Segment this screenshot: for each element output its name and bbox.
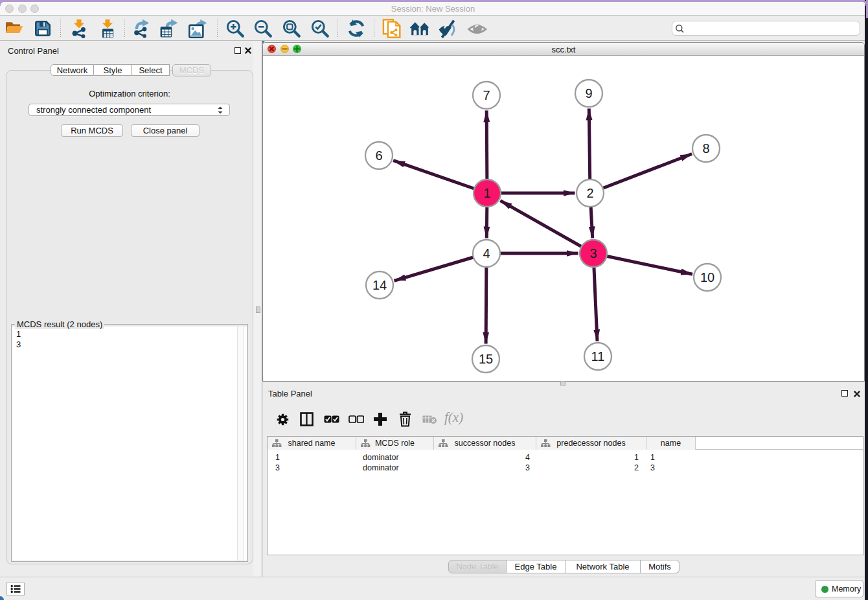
svg-text:6: 6 [375, 148, 382, 163]
svg-text:11: 11 [591, 349, 605, 363]
svg-text:8: 8 [702, 141, 709, 156]
svg-text:9: 9 [585, 86, 592, 100]
svg-text:1: 1 [483, 186, 490, 200]
svg-text:14: 14 [372, 278, 387, 292]
svg-text:7: 7 [483, 88, 490, 102]
svg-text:4: 4 [483, 246, 490, 260]
svg-text:15: 15 [479, 352, 493, 366]
svg-text:10: 10 [700, 270, 714, 284]
svg-text:2: 2 [586, 186, 593, 200]
svg-text:3: 3 [589, 246, 597, 260]
